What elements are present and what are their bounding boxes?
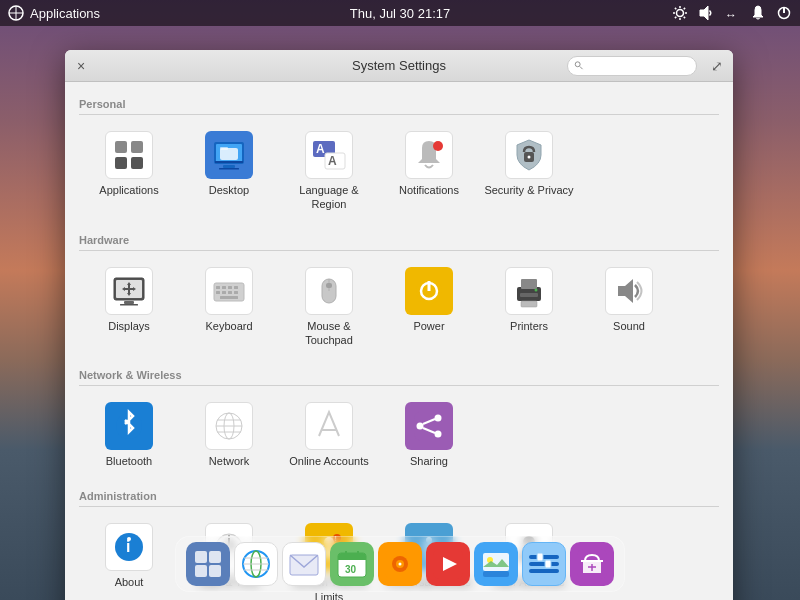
dock-store[interactable]	[570, 542, 614, 586]
printers-icon-img	[505, 267, 553, 315]
dock-browser[interactable]	[234, 542, 278, 586]
desktop-icon-img	[205, 131, 253, 179]
bluetooth-icon-img	[105, 402, 153, 450]
svg-point-77	[417, 423, 424, 430]
settings-item-sharing[interactable]: Sharing	[379, 394, 479, 476]
sharing-icon-img	[405, 402, 453, 450]
svg-point-3	[677, 10, 684, 17]
volume-icon[interactable]	[698, 5, 714, 21]
section-hardware-label: Hardware	[65, 228, 733, 250]
settings-item-bluetooth[interactable]: Bluetooth	[79, 394, 179, 476]
dock-music[interactable]	[378, 542, 422, 586]
settings-item-power[interactable]: Power	[379, 259, 479, 356]
sharing-label: Sharing	[410, 454, 448, 468]
svg-rect-25	[223, 165, 235, 168]
section-admin-divider	[79, 506, 719, 507]
network-icon[interactable]: ↔	[724, 5, 740, 21]
settings-item-language[interactable]: A A Language & Region	[279, 123, 379, 220]
svg-rect-133	[529, 569, 559, 573]
svg-rect-58	[326, 283, 332, 288]
svg-line-8	[675, 8, 676, 9]
svg-point-82	[127, 537, 131, 541]
svg-rect-18	[115, 141, 127, 153]
section-personal-divider	[79, 114, 719, 115]
svg-rect-49	[228, 286, 232, 289]
settings-item-security[interactable]: Security & Privacy	[479, 123, 579, 220]
settings-item-applications[interactable]: Applications	[79, 123, 179, 220]
displays-label: Displays	[108, 319, 150, 333]
settings-item-displays[interactable]: Displays	[79, 259, 179, 356]
svg-rect-54	[234, 291, 238, 294]
applications-label: Applications	[99, 183, 158, 197]
dock-settings[interactable]	[522, 542, 566, 586]
settings-item-printers[interactable]: Printers	[479, 259, 579, 356]
topbar-right: ↔	[672, 5, 792, 21]
svg-rect-131	[529, 555, 559, 559]
settings-item-online[interactable]: Online Accounts	[279, 394, 379, 476]
settings-item-notifications[interactable]: Notifications	[379, 123, 479, 220]
power-icon[interactable]	[776, 5, 792, 21]
svg-rect-135	[545, 560, 551, 568]
dock-multitasking[interactable]	[186, 542, 230, 586]
notifications-icon-img	[405, 131, 453, 179]
notification-icon[interactable]	[750, 5, 766, 21]
window-close-button[interactable]: ×	[77, 59, 91, 73]
svg-point-33	[433, 141, 443, 151]
section-personal-label: Personal	[65, 92, 733, 114]
online-icon-img	[305, 402, 353, 450]
svg-line-17	[580, 66, 583, 69]
desktop-label: Desktop	[209, 183, 249, 197]
bluetooth-label: Bluetooth	[106, 454, 152, 468]
mouse-label: Mouse & Touchpad	[283, 319, 375, 348]
applications-label[interactable]: Applications	[30, 6, 100, 21]
network-icons-row: Bluetooth Network	[65, 394, 733, 484]
mouse-icon-img	[305, 267, 353, 315]
brightness-icon[interactable]	[672, 5, 688, 21]
svg-point-16	[575, 62, 580, 67]
settings-item-network[interactable]: Network	[179, 394, 279, 476]
settings-item-sound[interactable]: Sound	[579, 259, 679, 356]
svg-rect-53	[228, 291, 232, 294]
svg-line-10	[684, 8, 685, 9]
section-network-label: Network & Wireless	[65, 363, 733, 385]
svg-rect-48	[222, 286, 226, 289]
personal-icons-row: Applications Desktop	[65, 123, 733, 228]
sound-icon-img	[605, 267, 653, 315]
svg-marker-12	[700, 6, 708, 20]
svg-rect-64	[521, 279, 537, 289]
svg-text:A: A	[328, 154, 337, 168]
svg-rect-63	[520, 293, 538, 297]
svg-rect-106	[209, 565, 221, 577]
language-icon-img: A A	[305, 131, 353, 179]
dock-video[interactable]	[426, 542, 470, 586]
svg-point-75	[435, 415, 442, 422]
svg-rect-132	[529, 562, 559, 566]
settings-item-desktop[interactable]: Desktop	[179, 123, 279, 220]
settings-item-mouse[interactable]: Mouse & Touchpad	[279, 259, 379, 356]
topbar: Applications Thu, Jul 30 21:17 ↔	[0, 0, 800, 26]
search-input[interactable]	[587, 60, 690, 72]
svg-rect-104	[209, 551, 221, 563]
settings-item-about[interactable]: i About	[79, 515, 179, 600]
svg-rect-116	[338, 557, 366, 560]
svg-text:A: A	[316, 142, 325, 156]
svg-rect-24	[215, 161, 243, 163]
window-expand-button[interactable]: ⤢	[711, 58, 723, 74]
svg-rect-21	[131, 157, 143, 169]
svg-rect-51	[216, 291, 220, 294]
network-label: Network	[209, 454, 249, 468]
dock-mail[interactable]	[282, 542, 326, 586]
svg-rect-128	[483, 571, 509, 577]
window-search[interactable]	[567, 56, 697, 76]
hardware-icons-row: Displays	[65, 259, 733, 364]
window-titlebar: × System Settings ⤢	[65, 50, 733, 82]
svg-text:30: 30	[345, 564, 357, 575]
dock-calendar[interactable]: 30	[330, 542, 374, 586]
settings-item-keyboard[interactable]: Keyboard	[179, 259, 279, 356]
applications-icon	[8, 5, 24, 21]
svg-rect-52	[222, 291, 226, 294]
notifications-label: Notifications	[399, 183, 459, 197]
printers-label: Printers	[510, 319, 548, 333]
dock-photos[interactable]	[474, 542, 518, 586]
svg-rect-19	[131, 141, 143, 153]
